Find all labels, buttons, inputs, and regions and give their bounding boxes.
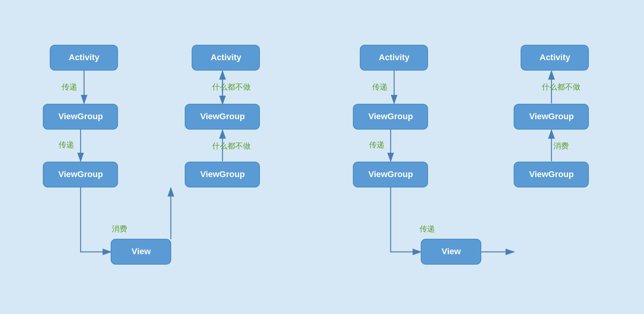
d1-activity-label: Activity [69,52,99,62]
d2-label2: 什么都不做 [212,142,251,150]
d1-vg2-label: ViewGroup [58,169,103,179]
d2-activity-label: Activity [211,52,241,62]
d3-label3: 传递 [420,225,435,233]
d3-view-label: View [442,246,461,256]
d3-arrow3 [391,187,421,252]
d3-vg1-label: ViewGroup [368,111,413,121]
diagram-svg: Activity 传递 ViewGroup 传递 ViewGroup 消费 Vi… [0,0,644,314]
d4-vg1-label: ViewGroup [529,111,574,121]
d1-label3: 消费 [112,225,127,233]
d4-activity-label: Activity [539,52,570,62]
diagram-container: Activity 传递 ViewGroup 传递 ViewGroup 消费 Vi… [0,0,644,314]
d3-label2: 传递 [369,140,384,149]
d1-label1: 传递 [62,83,77,91]
d1-view-label: View [131,246,151,256]
d3-label1: 传递 [372,83,388,91]
d1-vg1-label: ViewGroup [58,111,103,121]
d2-label1: 什么都不做 [212,83,251,91]
d4-label2: 消费 [553,142,569,150]
d2-vg1-label: ViewGroup [200,111,245,121]
d4-label1: 什么都不做 [541,83,580,91]
d3-vg2-label: ViewGroup [368,169,413,179]
d2-vg2-label: ViewGroup [200,169,245,179]
d3-activity-label: Activity [379,52,410,62]
d4-vg2-label: ViewGroup [529,169,574,179]
d1-label2: 传递 [59,140,74,149]
d1-arrow3 [81,187,111,252]
